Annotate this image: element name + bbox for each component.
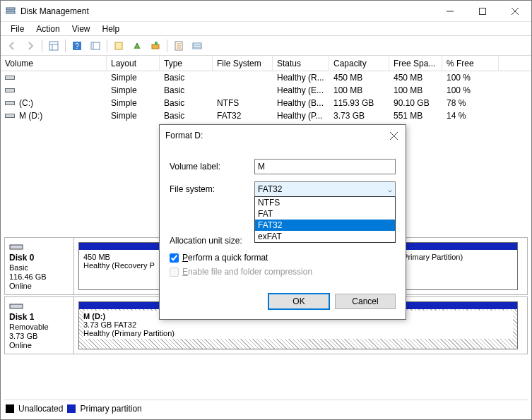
volume-name: (C:) (19, 98, 33, 108)
svg-rect-27 (10, 245, 23, 249)
forward-button[interactable] (22, 38, 39, 54)
svg-text:?: ? (75, 42, 79, 50)
allocation-size-label: Allocation unit size: (170, 236, 254, 246)
menu-action[interactable]: Action (30, 23, 65, 35)
svg-rect-3 (480, 8, 486, 14)
action2-icon[interactable] (147, 38, 164, 54)
volume-icon (5, 74, 15, 81)
svg-rect-13 (115, 42, 122, 49)
close-button[interactable] (499, 1, 531, 21)
app-icon (5, 6, 16, 17)
volume-label-input[interactable] (254, 159, 396, 174)
settings-icon[interactable] (87, 38, 104, 54)
volume-icon (5, 100, 15, 107)
svg-rect-25 (6, 102, 15, 105)
legend-unallocated: Unallocated (18, 404, 63, 414)
help-icon[interactable]: ? (69, 38, 85, 54)
window-title: Disk Management (20, 6, 434, 16)
quick-format-checkbox[interactable]: Perform a quick format (170, 253, 396, 263)
action1-icon[interactable] (129, 38, 146, 54)
maximize-button[interactable] (466, 1, 499, 21)
cancel-button[interactable]: Cancel (335, 294, 396, 309)
compression-check-input (170, 268, 179, 277)
col-status[interactable]: Status (273, 56, 329, 71)
format-dialog: Format D: Volume label: File system: FAT… (159, 124, 406, 320)
disk-name: Disk 0 (9, 253, 69, 263)
file-system-option[interactable]: NTFS (255, 197, 395, 208)
quick-format-check-input[interactable] (170, 253, 179, 263)
file-system-value: FAT32 (258, 184, 282, 194)
legend-unallocated-swatch (6, 404, 14, 413)
menu-help[interactable]: Help (97, 23, 126, 35)
svg-rect-26 (6, 114, 15, 118)
chevron-down-icon: ⌵ (388, 186, 392, 193)
file-system-option[interactable]: FAT32 (255, 220, 395, 231)
dialog-title: Format D: (165, 131, 387, 140)
col-pct[interactable]: % Free (442, 56, 499, 71)
col-free[interactable]: Free Spa... (389, 56, 442, 71)
disk-info[interactable]: Disk 1Removable3.73 GBOnline (5, 297, 74, 354)
ok-button[interactable]: OK (268, 294, 329, 309)
volume-icon (5, 112, 15, 119)
refresh-icon[interactable] (110, 38, 127, 54)
table-row[interactable]: SimpleBasicHealthy (E...100 MB100 MB100 … (1, 84, 531, 97)
table-row[interactable]: (C:)SimpleBasicNTFSHealthy (B...115.93 G… (1, 97, 531, 109)
menu-file[interactable]: File (5, 23, 30, 35)
svg-rect-15 (155, 42, 158, 45)
svg-rect-23 (6, 76, 15, 80)
svg-rect-11 (91, 42, 100, 49)
table-header: Volume Layout Type File System Status Ca… (1, 56, 531, 71)
disk-name: Disk 1 (9, 312, 69, 322)
col-layout[interactable]: Layout (107, 56, 160, 71)
file-system-option[interactable]: FAT (255, 208, 395, 220)
legend: Unallocated Primary partition (4, 400, 528, 416)
list-icon[interactable] (189, 38, 206, 54)
table-row[interactable]: SimpleBasicHealthy (R...450 MB450 MB100 … (1, 71, 531, 84)
svg-rect-6 (49, 42, 58, 50)
file-system-label: File system: (170, 184, 254, 194)
minimize-button[interactable] (434, 1, 466, 21)
volume-label-label: Volume label: (170, 162, 254, 172)
dialog-title-bar[interactable]: Format D: (160, 125, 406, 146)
svg-rect-24 (6, 89, 15, 92)
table-row[interactable]: M (D:)SimpleBasicFAT32Healthy (P...3.73 … (1, 109, 531, 122)
disk-management-window: Disk Management File Action View Help ? … (0, 0, 532, 420)
svg-rect-0 (6, 8, 15, 10)
title-bar: Disk Management (1, 1, 531, 22)
file-system-select[interactable]: FAT32 ⌵ NTFSFATFAT32exFAT (254, 181, 396, 197)
disk-icon (9, 242, 23, 252)
properties-icon[interactable] (170, 38, 187, 54)
col-type[interactable]: Type (160, 56, 213, 71)
disk-icon (9, 301, 23, 311)
col-fs[interactable]: File System (213, 56, 273, 71)
svg-rect-28 (10, 304, 23, 308)
file-system-dropdown: NTFSFATFAT32exFAT (254, 196, 396, 243)
dialog-close-button[interactable] (387, 129, 400, 142)
svg-rect-1 (6, 11, 15, 13)
file-system-option[interactable]: exFAT (255, 231, 395, 242)
disk-info[interactable]: Disk 0Basic116.46 GBOnline (5, 238, 74, 294)
menu-view[interactable]: View (66, 23, 96, 35)
volume-icon (5, 87, 15, 94)
quick-format-label: Perform a quick format (182, 253, 268, 263)
menu-bar: File Action View Help (1, 22, 531, 36)
volume-name: M (D:) (19, 111, 42, 121)
svg-rect-20 (193, 43, 201, 49)
compression-label: Enable file and folder compression (182, 267, 312, 277)
col-capacity[interactable]: Capacity (329, 56, 389, 71)
legend-primary-swatch (67, 404, 76, 413)
col-volume[interactable]: Volume (1, 56, 107, 71)
legend-primary: Primary partition (80, 404, 141, 414)
back-button[interactable] (4, 38, 20, 54)
toolbar: ? (1, 36, 531, 56)
compression-checkbox: Enable file and folder compression (170, 267, 396, 277)
view-icon[interactable] (45, 38, 62, 54)
